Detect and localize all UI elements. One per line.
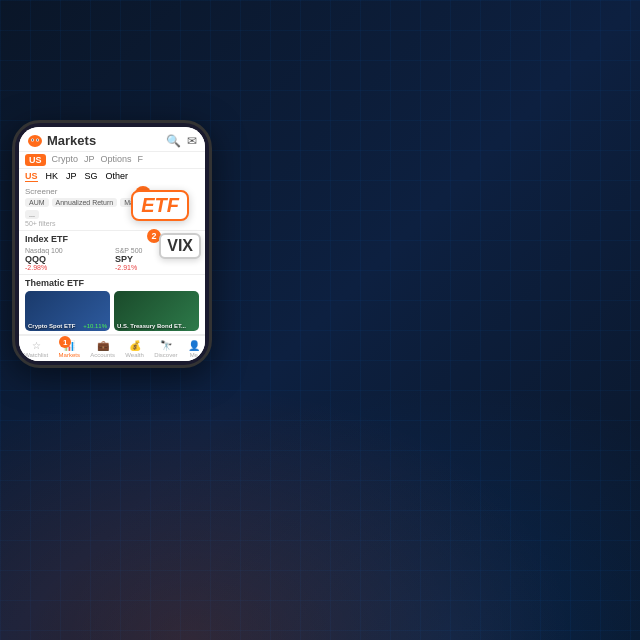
etf-overlay-badge: ETF: [131, 190, 189, 221]
phone-header-icons: 🔍 ✉: [166, 134, 197, 148]
nasdaq-ticker: QQQ: [25, 254, 109, 264]
phone-mockup: Markets 🔍 ✉ 1 ETF US Crypto JP: [12, 120, 212, 368]
phone-screen: Markets 🔍 ✉ 1 ETF US Crypto JP: [19, 127, 205, 361]
markets-icon: 📊: [63, 340, 75, 351]
phone-markets-label: Markets: [47, 133, 96, 148]
background-glow: [0, 340, 640, 640]
nav-wealth-label: Wealth: [125, 352, 144, 358]
etf-item-nasdaq: Nasdaq 100 QQQ -2.98%: [25, 247, 109, 271]
tab-options[interactable]: Options: [101, 154, 132, 166]
subtab-other[interactable]: Other: [106, 171, 129, 182]
nav-markets[interactable]: 📊 Markets: [59, 340, 80, 358]
phone-tabs: US Crypto JP Options F: [19, 152, 205, 169]
svg-point-11: [37, 139, 39, 141]
nav-discover[interactable]: 🔭 Discover: [154, 340, 177, 358]
thematic-label-treasury: U.S. Treasury Bond ET...: [117, 323, 186, 329]
phone-title: Markets: [27, 133, 96, 148]
tab-f[interactable]: F: [138, 154, 144, 166]
tab-jp[interactable]: JP: [84, 154, 95, 166]
nasdaq-change: -2.98%: [25, 264, 109, 271]
nav-me[interactable]: 👤 Me: [188, 340, 200, 358]
phone-moomoo-icon: [27, 134, 43, 148]
phone-index-etf-section: 2 VIX Index ETF Nasdaq 100 QQQ -2.98% S&…: [19, 231, 205, 275]
screener-tag-aum[interactable]: AUM: [25, 198, 49, 207]
thematic-item-crypto[interactable]: Crypto Spot ETF +10.11%: [25, 291, 110, 331]
tab-us[interactable]: US: [25, 154, 46, 166]
thematic-item-treasury[interactable]: U.S. Treasury Bond ET...: [114, 291, 199, 331]
accounts-icon: 💼: [97, 340, 109, 351]
sp500-change: -2.91%: [115, 264, 199, 271]
thematic-label-crypto: Crypto Spot ETF: [28, 323, 75, 329]
subtab-hk[interactable]: HK: [46, 171, 59, 182]
thematic-section: Thematic ETF Crypto Spot ETF +10.11% U.S…: [19, 275, 205, 335]
search-icon[interactable]: 🔍: [166, 134, 181, 148]
thematic-change-crypto: +10.11%: [83, 323, 107, 329]
tab-crypto[interactable]: Crypto: [52, 154, 79, 166]
svg-point-10: [32, 139, 34, 141]
subtab-sg[interactable]: SG: [85, 171, 98, 182]
nav-accounts[interactable]: 💼 Accounts: [90, 340, 115, 358]
phone-header: Markets 🔍 ✉: [19, 127, 205, 152]
me-icon: 👤: [188, 340, 200, 351]
nav-wealth[interactable]: 💰 Wealth: [125, 340, 144, 358]
nasdaq-name: Nasdaq 100: [25, 247, 109, 254]
nav-watchlist[interactable]: ☆ Watchlist: [24, 340, 48, 358]
vix-overlay-badge: VIX: [159, 233, 201, 259]
phone-bottom-nav: ☆ Watchlist 📊 Markets 💼 Accounts 💰: [19, 335, 205, 361]
mail-icon[interactable]: ✉: [187, 134, 197, 148]
svg-point-7: [28, 135, 42, 147]
wealth-icon: 💰: [129, 340, 141, 351]
nav-discover-label: Discover: [154, 352, 177, 358]
discover-icon: 🔭: [160, 340, 172, 351]
nav-markets-label: Markets: [59, 352, 80, 358]
watchlist-icon: ☆: [32, 340, 41, 351]
screener-tag-more[interactable]: ...: [25, 210, 39, 219]
phone-subtabs: US HK JP SG Other: [19, 169, 205, 184]
thematic-title: Thematic ETF: [25, 278, 199, 288]
thematic-items: Crypto Spot ETF +10.11% U.S. Treasury Bo…: [25, 291, 199, 331]
nav-accounts-label: Accounts: [90, 352, 115, 358]
screener-more-text: 50+ filters: [25, 220, 199, 227]
nav-watchlist-label: Watchlist: [24, 352, 48, 358]
subtab-us[interactable]: US: [25, 171, 38, 182]
nav-me-label: Me: [190, 352, 198, 358]
screener-tag-return[interactable]: Annualized Return: [52, 198, 118, 207]
main-content: Where can we find VIX ETFs on moomoo: [0, 0, 640, 640]
subtab-jp[interactable]: JP: [66, 171, 77, 182]
